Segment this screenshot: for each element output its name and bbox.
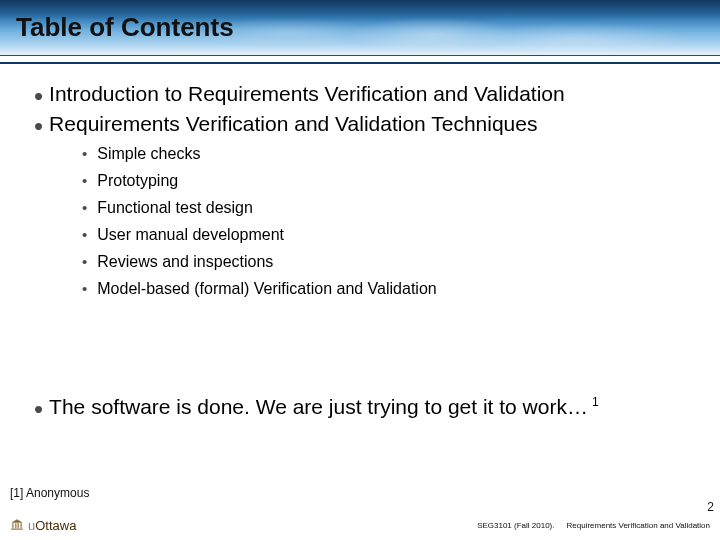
bullet-dot-icon: • [34, 399, 43, 419]
sub-bullet: • User manual development [82, 226, 690, 244]
slide: Table of Contents • Introduction to Requ… [0, 0, 720, 540]
quote-superscript: 1 [592, 395, 599, 409]
logo: uOttawa [10, 518, 76, 533]
bullet-dot-icon: • [34, 116, 43, 136]
bullet-techniques: • Requirements Verification and Validati… [34, 112, 690, 136]
bullet-dot-icon: • [82, 280, 87, 297]
bullet-intro: • Introduction to Requirements Verificat… [34, 82, 690, 106]
sub-bullet: • Reviews and inspections [82, 253, 690, 271]
sub-bullet: • Prototyping [82, 172, 690, 190]
svg-rect-1 [15, 523, 16, 528]
spacer [34, 307, 690, 385]
sub-bullet: • Model-based (formal) Verification and … [82, 280, 690, 298]
sub-bullet-text: Functional test design [97, 199, 253, 217]
citation: [1] Anonymous [10, 486, 89, 500]
sub-bullet-text: Prototyping [97, 172, 178, 190]
sub-bullet-text: Reviews and inspections [97, 253, 273, 271]
sub-bullet: • Functional test design [82, 199, 690, 217]
bullet-dot-icon: • [82, 172, 87, 189]
svg-rect-4 [11, 529, 23, 530]
logo-name: Ottawa [35, 518, 76, 533]
logo-text: uOttawa [28, 518, 76, 533]
bullet-techniques-text: Requirements Verification and Validation… [49, 112, 537, 136]
bullet-dot-icon: • [82, 226, 87, 243]
footer: uOttawa SEG3101 (Fall 2010). Requirement… [0, 512, 720, 540]
university-icon [10, 518, 24, 532]
sub-bullet-text: Model-based (formal) Verification and Va… [97, 280, 436, 298]
bullet-dot-icon: • [82, 253, 87, 270]
sub-bullet-list: • Simple checks • Prototyping • Function… [82, 145, 690, 298]
content-area: • Introduction to Requirements Verificat… [0, 64, 720, 419]
sub-bullet: • Simple checks [82, 145, 690, 163]
header-band: Table of Contents [0, 0, 720, 56]
slide-title: Table of Contents [0, 0, 720, 43]
svg-rect-0 [12, 523, 13, 528]
bullet-quote: • The software is done. We are just tryi… [34, 395, 690, 419]
bullet-dot-icon: • [34, 86, 43, 106]
sub-bullet-text: Simple checks [97, 145, 200, 163]
bullet-dot-icon: • [82, 199, 87, 216]
bullet-intro-text: Introduction to Requirements Verificatio… [49, 82, 565, 106]
bullet-dot-icon: • [82, 145, 87, 162]
svg-rect-3 [21, 523, 22, 528]
sub-bullet-text: User manual development [97, 226, 284, 244]
footer-course: SEG3101 (Fall 2010). [477, 521, 554, 530]
footer-right: SEG3101 (Fall 2010). Requirements Verifi… [477, 521, 710, 530]
quote-text: The software is done. We are just trying… [49, 395, 588, 418]
svg-rect-2 [18, 523, 19, 528]
footer-topic: Requirements Verification and Validation [567, 521, 711, 530]
quote-text-wrapper: The software is done. We are just trying… [49, 395, 599, 419]
